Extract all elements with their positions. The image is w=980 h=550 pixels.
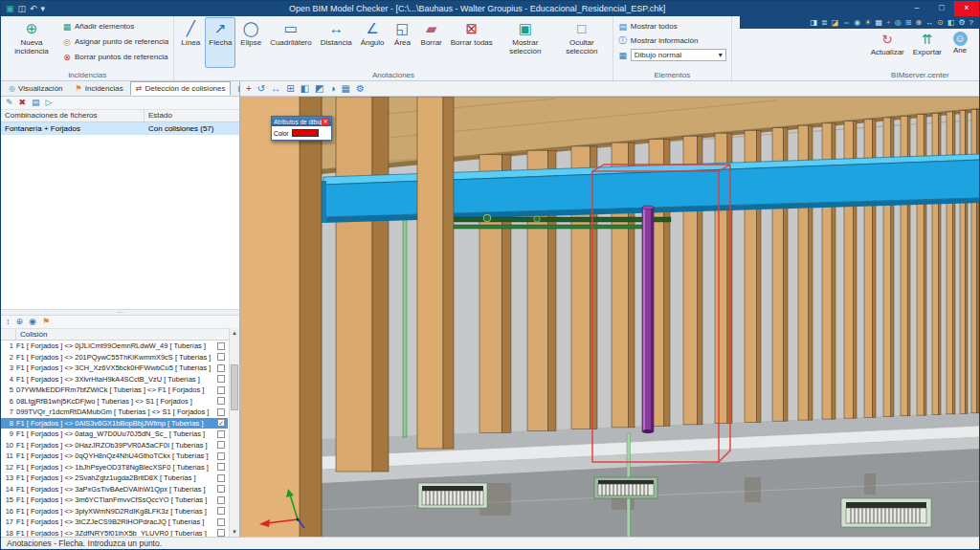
tool-ocultar-seleccion[interactable]: □Ocultar selección bbox=[554, 17, 610, 68]
delete-reference-points-button[interactable]: ⊗ Borrar puntos de referencia bbox=[60, 51, 170, 63]
tool-linea[interactable]: ╱Línea bbox=[177, 17, 204, 68]
tool-angulo[interactable]: ∠Ángulo bbox=[357, 17, 389, 68]
views-icon[interactable]: ◨ bbox=[811, 19, 818, 27]
flag-icon[interactable]: ⚑ bbox=[42, 318, 50, 326]
list-icon[interactable]: ▤ bbox=[32, 99, 40, 107]
snap-icon[interactable]: ◎ bbox=[895, 19, 902, 27]
front-view-icon[interactable]: ◧ bbox=[301, 84, 309, 94]
paint-icon[interactable]: ◧ bbox=[947, 19, 955, 27]
tool-cuadrilatero[interactable]: ▭Cuadrilátero bbox=[266, 17, 316, 68]
tool-mostrar-seleccion[interactable]: ▣Mostrar selección bbox=[498, 17, 553, 68]
tab-deteccion-colisiones[interactable]: ⇄Detección de colisiones bbox=[130, 81, 232, 96]
sun-icon[interactable]: ☀ bbox=[864, 19, 871, 27]
scroll-down-icon[interactable]: ▾ bbox=[230, 527, 239, 537]
collision-row[interactable]: 16F1 [ Forjados ] <> 3plyXWmN9D2RdIKg8LF… bbox=[1, 506, 228, 517]
collision-scrollbar[interactable]: ▴ ▾ bbox=[229, 328, 239, 537]
show-all-button[interactable]: ▤ Mostrar todos bbox=[616, 20, 679, 33]
collision-checkbox[interactable] bbox=[217, 364, 225, 372]
close-icon[interactable]: ✕ bbox=[322, 118, 329, 125]
add-elements-button[interactable]: ▦ Añadir elementos bbox=[60, 20, 170, 33]
iso-view-icon[interactable]: ◩ bbox=[315, 84, 323, 94]
collision-row[interactable]: 13F1 [ Forjados ] <> 2SvahZgtz1ugda2Brit… bbox=[1, 473, 228, 484]
sort-icon[interactable]: ↕ bbox=[6, 318, 11, 326]
pan-icon[interactable]: ↔ bbox=[271, 84, 280, 94]
panel-title-bar[interactable]: Atributos de dibujo ✕ bbox=[272, 117, 331, 126]
show-info-button[interactable]: ⓘ Mostrar información bbox=[616, 34, 701, 47]
collision-checkbox[interactable] bbox=[217, 463, 225, 471]
collision-checkbox[interactable] bbox=[217, 529, 225, 537]
world-icon[interactable]: ◉ bbox=[29, 318, 36, 326]
combination-row[interactable]: Fontanería + ForjadosCon colisiones (57) bbox=[1, 122, 239, 135]
collision-checkbox[interactable] bbox=[217, 441, 225, 449]
assign-reference-point-button[interactable]: ◎ Asignar punto de referencia bbox=[60, 35, 170, 48]
zoom-icon[interactable]: ⊕ bbox=[915, 19, 922, 27]
collision-checkbox[interactable] bbox=[217, 408, 225, 416]
grid-icon[interactable]: ▦ bbox=[875, 19, 882, 27]
collision-row[interactable]: 14F1 [ Forjados ] <> 3aPxGsTivBAeDVAIhW1… bbox=[1, 484, 228, 495]
tool-distancia[interactable]: ↔Distancia bbox=[317, 17, 356, 68]
tool-area[interactable]: ◱Área bbox=[390, 17, 416, 68]
new-issue-button[interactable]: ⊕ Nueva incidencia bbox=[4, 17, 59, 68]
run-check-icon[interactable]: ▷ bbox=[46, 99, 53, 107]
collision-checkbox[interactable] bbox=[217, 375, 225, 383]
collision-row[interactable]: 1F1 [ Forjados ] <> 0jJLICmt99OemnRLdwW_… bbox=[1, 341, 228, 352]
axes-icon[interactable]: + bbox=[246, 84, 252, 94]
3d-scene[interactable] bbox=[240, 97, 979, 537]
tool-borrar-todas[interactable]: ⊠Borrar todas bbox=[447, 17, 497, 68]
scrollbar-thumb[interactable] bbox=[231, 364, 238, 410]
color-swatch[interactable] bbox=[292, 129, 319, 137]
pan-icon[interactable]: ↔ bbox=[925, 19, 933, 27]
collision-checkbox[interactable] bbox=[217, 430, 225, 438]
ortho-icon[interactable]: ⊞ bbox=[905, 19, 912, 27]
capture-icon[interactable]: ⊙ bbox=[937, 19, 944, 27]
collision-row[interactable]: 9F1 [ Forjados ] <> 0atag_W7D0Uu70J5dN_S… bbox=[1, 429, 228, 440]
edit-icon[interactable]: ✎ bbox=[6, 99, 13, 107]
collision-checkbox[interactable] bbox=[217, 342, 225, 350]
scroll-up-icon[interactable]: ▴ bbox=[230, 328, 239, 338]
minimize-button[interactable]: – bbox=[904, 1, 929, 16]
axes-icon[interactable]: + bbox=[886, 19, 891, 27]
delete-icon[interactable]: ✖ bbox=[19, 99, 27, 107]
collision-checkbox[interactable]: ✓ bbox=[217, 419, 225, 427]
user-button[interactable]: ☺ Ane bbox=[947, 30, 973, 68]
collision-checkbox[interactable] bbox=[217, 353, 225, 361]
collision-row[interactable]: 7099TVQr_r1dcmRtDAMubGm [ Tuberías ] <> … bbox=[1, 407, 228, 418]
export-button[interactable]: ⇈ Exportar bbox=[909, 30, 946, 68]
scrollbar-track[interactable] bbox=[230, 338, 239, 527]
collision-row[interactable]: 17F1 [ Forjados ] <> 3tCZJeCS9B2RiHOPdra… bbox=[1, 517, 228, 528]
tool-elipse[interactable]: ◯Elipse bbox=[236, 17, 265, 68]
collision-row[interactable]: 4F1 [ Forjados ] <> 3XlvrHtaH9kA4SCctB_V… bbox=[1, 374, 228, 385]
collision-checkbox[interactable] bbox=[217, 518, 225, 526]
tool-flecha[interactable]: ↗Flecha bbox=[205, 17, 235, 68]
measure-icon[interactable]: ⇔ bbox=[842, 19, 850, 27]
collision-row[interactable]: 12F1 [ Forjados ] <> 1bJhPsyeOD3T8NgBlec… bbox=[1, 462, 228, 473]
collision-checkbox[interactable] bbox=[217, 496, 225, 504]
shadow-icon[interactable]: ◑ bbox=[330, 84, 336, 94]
close-button[interactable]: × bbox=[954, 1, 979, 16]
camera-icon[interactable]: ◉ bbox=[854, 19, 860, 27]
maximize-button[interactable]: □ bbox=[929, 1, 954, 16]
collision-row[interactable]: 11F1 [ Forjados ] <> 0qQYH8nQz4NhU4GthoT… bbox=[1, 451, 228, 462]
collision-checkbox[interactable] bbox=[217, 485, 225, 493]
draw-mode-select[interactable]: Dibujo normal ▾ bbox=[631, 49, 726, 61]
update-button[interactable]: ↻ Actualizar bbox=[867, 30, 908, 68]
collision-checkbox[interactable] bbox=[217, 452, 225, 460]
collision-row[interactable]: 2F1 [ Forjados ] <> 201PQywC55ThKiKwmmX9… bbox=[1, 352, 228, 363]
collision-row[interactable]: 608LtgjRfB1whj5KcDFjwo [ Tuberías ] <> S… bbox=[1, 396, 228, 407]
zoom-extents-icon[interactable]: ⊞ bbox=[286, 84, 294, 94]
app-icon[interactable]: ▣ bbox=[6, 5, 14, 13]
selected-pipe[interactable] bbox=[642, 206, 654, 433]
collision-row[interactable]: 8F1 [ Forjados ] <> 0AlS3v6GX1bBopBbjJWf… bbox=[1, 418, 228, 429]
menu-arrow-icon[interactable]: ▾ bbox=[41, 5, 46, 13]
collision-checkbox[interactable] bbox=[217, 507, 225, 515]
panel-splitter[interactable]: ⋯ bbox=[1, 309, 239, 316]
collision-row[interactable]: 15F1 [ Forjados ] <> 3m6YCTlanFmvvCfSsQc… bbox=[1, 495, 228, 506]
orbit-icon[interactable]: ↺ bbox=[257, 84, 265, 94]
collision-row[interactable]: 10F1 [ Forjados ] <> 0HazJRZOb39PVR0A5aC… bbox=[1, 440, 228, 451]
collision-row[interactable]: 3F1 [ Forjados ] <> 3CH_Xz6VX5bck0HFWwbC… bbox=[1, 363, 228, 374]
render-settings-icon[interactable]: ⚙ bbox=[356, 84, 365, 94]
tool-borrar[interactable]: ▰Borrar bbox=[417, 17, 446, 68]
layers-icon[interactable]: ≣ bbox=[821, 19, 828, 27]
section-icon[interactable]: ◪ bbox=[832, 19, 839, 27]
collision-checkbox[interactable] bbox=[217, 474, 225, 482]
